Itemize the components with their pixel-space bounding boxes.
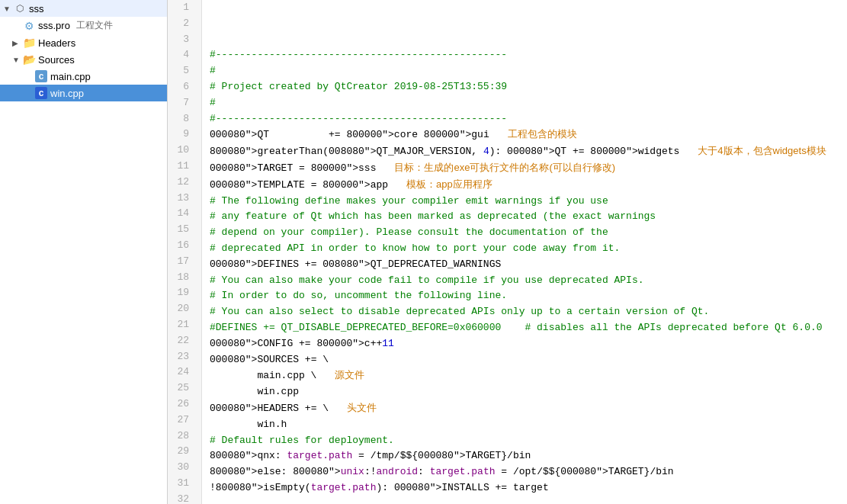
tree-item-sss-pro[interactable]: ▶ ⚙ sss.pro 工程文件 (0, 17, 167, 34)
line-number: 22 (174, 333, 195, 349)
line-number: 25 (174, 380, 195, 396)
root-icon: ⬡ (14, 2, 26, 14)
annotation: 工程包含的模块 (508, 127, 577, 143)
line-number: 19 (174, 285, 195, 301)
code-line: 800080">else: 800080">unix:!android: tar… (210, 464, 839, 480)
code-line: 800080">qnx: target.path = /tmp/$${00008… (210, 448, 839, 464)
code-line: # The following define makes your compil… (210, 194, 839, 210)
line-number: 24 (174, 364, 195, 380)
code-line: #DEFINES += QT_DISABLE_DEPRECATED_BEFORE… (210, 320, 839, 336)
line-number: 15 (174, 222, 195, 238)
line-number: 27 (174, 413, 195, 429)
line-number: 11 (174, 159, 195, 175)
file-tree: ▼ ⬡ sss ▶ ⚙ sss.pro 工程文件 ▶ 📁 Headers ▼ 📂… (0, 0, 168, 504)
annotation: 源文件 (335, 368, 364, 384)
code-line: !800080">isEmpty(target.path): 000080">I… (210, 480, 839, 496)
line-number: 7 (174, 95, 195, 111)
line-number: 31 (174, 476, 195, 492)
line-number: 32 (174, 492, 195, 504)
code-line: 000080">SOURCES += \ (210, 352, 839, 368)
tree-item-main-cpp[interactable]: ▶ c main.cpp (0, 68, 167, 85)
line-number: 2 (174, 16, 195, 32)
code-line: #---------------------------------------… (210, 111, 839, 127)
code-line: 800080">greaterThan(008080">QT_MAJOR_VER… (210, 143, 839, 160)
code-line: 000080">CONFIG += 800000">c++11 (210, 336, 839, 352)
headers-label: Headers (38, 37, 75, 49)
line-numbers: 1234567891011121314151617181920212223242… (168, 0, 202, 504)
code-line: 000080">DEFINES += 008080">QT_DEPRECATED… (210, 257, 839, 273)
win-cpp-icon: c (35, 87, 47, 99)
line-number: 21 (174, 317, 195, 333)
annotation: 目标：生成的exe可执行文件的名称(可以自行修改) (394, 160, 615, 176)
headers-icon: 📁 (23, 37, 35, 49)
code-line: main.cpp \源文件 (210, 368, 839, 384)
annotation: 头文件 (347, 400, 377, 416)
code-area[interactable]: 1234567891011121314151617181920212223242… (168, 0, 847, 504)
main-cpp-icon: c (35, 70, 47, 82)
code-line: # Project created by QtCreator 2019-08-2… (210, 79, 839, 95)
line-number: 13 (174, 191, 195, 207)
headers-arrow: ▶ (12, 39, 23, 47)
code-line: 000080">TARGET = 800000">sss目标：生成的exe可执行… (210, 160, 839, 177)
code-line: # In order to do so, uncomment the follo… (210, 288, 839, 304)
code-line: win.h (210, 417, 839, 433)
line-number: 4 (174, 47, 195, 63)
line-number: 23 (174, 349, 195, 365)
line-number: 28 (174, 429, 195, 445)
code-line: # Default rules for deployment. (210, 433, 839, 449)
line-number: 20 (174, 301, 195, 317)
code-line: # You can also make your code fail to co… (210, 273, 839, 289)
line-number: 17 (174, 254, 195, 270)
pro-sublabel: 工程文件 (76, 19, 113, 32)
pro-file-icon: ⚙ (23, 20, 35, 32)
line-number: 10 (174, 143, 195, 159)
line-number: 16 (174, 238, 195, 254)
expand-arrow: ▼ (3, 5, 14, 13)
code-line: win.cpp (210, 384, 839, 400)
code-line: # (210, 63, 839, 79)
line-number: 5 (174, 63, 195, 79)
line-number: 8 (174, 111, 195, 127)
line-number: 14 (174, 206, 195, 222)
code-line: # (210, 95, 839, 111)
sources-label: Sources (38, 54, 75, 66)
code-line: # depend on your compiler). Please consu… (210, 225, 839, 241)
code-line: 000080">TEMPLATE = 800000">app模板：app应用程序 (210, 177, 839, 194)
main-cpp-label: main.cpp (50, 71, 91, 82)
line-number: 30 (174, 460, 195, 476)
code-line: # any feature of Qt which has been marke… (210, 209, 839, 225)
root-label: sss (29, 3, 44, 14)
tree-item-sources[interactable]: ▼ 📂 Sources (0, 51, 167, 68)
sources-icon: 📂 (23, 53, 35, 66)
tree-root-sss[interactable]: ▼ ⬡ sss (0, 0, 167, 17)
code-line: # You can also select to disable depreca… (210, 304, 839, 320)
line-number: 9 (174, 127, 195, 143)
line-number: 6 (174, 79, 195, 95)
line-number: 29 (174, 444, 195, 460)
pro-label: sss.pro (38, 20, 70, 31)
line-number: 3 (174, 32, 195, 48)
tree-item-headers[interactable]: ▶ 📁 Headers (0, 34, 167, 51)
annotation: 模板：app应用程序 (406, 177, 492, 193)
line-number: 18 (174, 270, 195, 286)
code-line: # deprecated API in order to know how to… (210, 241, 839, 257)
code-editor: 1234567891011121314151617181920212223242… (168, 0, 847, 504)
line-number: 26 (174, 396, 195, 413)
code-line: 000080">HEADERS += \头文件 (210, 400, 839, 417)
code-line: 000080">QT += 800000">core 800000">gui工程… (210, 127, 839, 143)
line-number: 12 (174, 175, 195, 191)
win-cpp-label: win.cpp (50, 88, 84, 99)
annotation: 大于4版本，包含widgets模块 (698, 143, 826, 159)
code-line: #---------------------------------------… (210, 47, 839, 63)
tree-item-win-cpp[interactable]: ▶ c win.cpp (0, 85, 167, 101)
line-number: 1 (174, 0, 195, 16)
sources-arrow: ▼ (12, 56, 23, 64)
code-content[interactable]: #---------------------------------------… (202, 0, 847, 504)
